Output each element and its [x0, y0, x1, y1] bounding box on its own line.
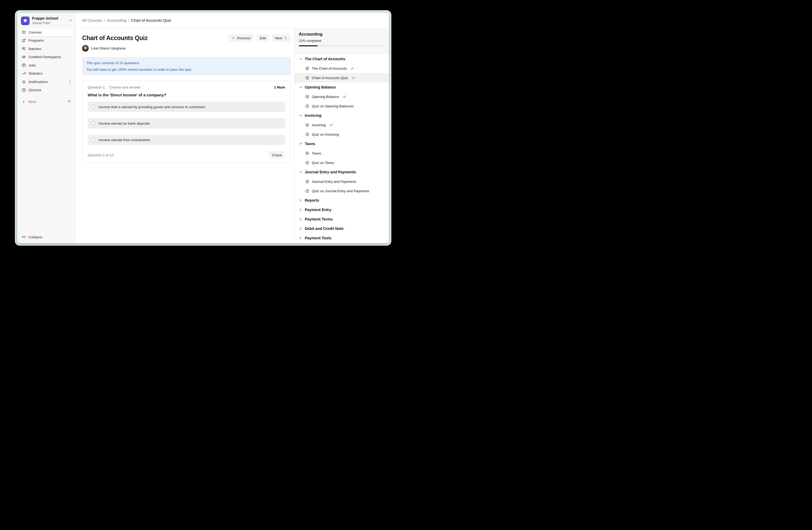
outline-section-payment-tools[interactable]: Payment Tools [294, 233, 389, 243]
chevron-right-icon [299, 208, 302, 212]
radio-button-icon[interactable] [91, 138, 96, 142]
add-icon[interactable] [67, 99, 71, 104]
course-completed-label: 22% completed [299, 39, 385, 43]
chevron-down-icon [299, 114, 302, 117]
sidebar-item-label: Jobs [29, 64, 36, 67]
collapse-label: Collapse [29, 235, 42, 239]
outline-quiz-item[interactable]: Quiz on Opening Balances [294, 101, 389, 111]
answer-option[interactable]: Income earned on bank deposits [88, 118, 285, 128]
outline-lesson-item[interactable]: The Chart of Accounts [294, 64, 389, 73]
question-number-label: Question 1: [88, 85, 106, 89]
answer-option[interactable]: Income that is earned by providing goods… [88, 102, 285, 112]
quiz-main-panel: Chart of Accounts Quiz Previous Edit Nex… [76, 28, 294, 243]
previous-button[interactable]: Previous [228, 34, 254, 42]
sidebar-item-label: Statistics [29, 71, 43, 75]
question-text: What is the 'Direct Income' of a company… [88, 93, 285, 97]
author-name: Linet Sherin Varghese [91, 46, 126, 50]
help-circle-icon [305, 132, 309, 137]
breadcrumb-all-courses[interactable]: All Courses [82, 18, 102, 23]
outline-section-journal-entry-and-payments[interactable]: Journal Entry and Payments [294, 167, 389, 177]
outline-section-opening-balance[interactable]: Opening Balance [294, 83, 389, 92]
check-button[interactable]: Check [269, 151, 285, 159]
route-icon [22, 39, 26, 43]
instruction-line: You will have to get 100% correct answer… [86, 66, 287, 73]
answer-options: Income that is earned by providing goods… [88, 102, 285, 145]
question-marks: 1 Mark [274, 85, 285, 89]
outline-section-payment-terms[interactable]: Payment Terms [294, 214, 389, 224]
chevron-down-icon [299, 142, 302, 145]
sidebar-item-label: Certified Participants [29, 55, 61, 59]
outline-quiz-item-current[interactable]: Chart of Accounts Quiz [294, 73, 389, 83]
sidebar-item-quizzes[interactable]: Quizzes [19, 86, 73, 94]
next-button[interactable]: Next [272, 34, 291, 42]
course-progress-header: Accounting 22% completed [294, 28, 389, 54]
course-progress-fill [299, 45, 318, 46]
outline-lesson-item[interactable]: Invoicing [294, 120, 389, 130]
outline-quiz-item[interactable]: Quiz on Taxes [294, 158, 389, 167]
radio-button-icon[interactable] [91, 105, 96, 109]
help-circle-icon [305, 76, 309, 80]
sidebar-item-courses[interactable]: Courses [19, 28, 73, 36]
chevron-right-icon [299, 227, 302, 231]
chevron-right-icon [284, 36, 288, 40]
check-icon [350, 67, 354, 70]
breadcrumb-separator: / [128, 18, 129, 23]
outline-lesson-item[interactable]: Taxes [294, 149, 389, 158]
breadcrumb: All Courses / Accounting / Chart of Acco… [76, 13, 389, 28]
page-title: Chart of Accounts Quiz [82, 34, 147, 42]
monitor-play-icon [305, 151, 309, 155]
course-title: Accounting [299, 32, 385, 37]
breadcrumb-accounting[interactable]: Accounting [107, 18, 126, 23]
window-frame: Frappe School Jannat Patel Courses Progr… [15, 10, 391, 246]
radio-button-icon[interactable] [91, 121, 96, 125]
sidebar-item-certified-participants[interactable]: Certified Participants [19, 53, 73, 61]
course-outline-sidebar: Accounting 22% completed The Chart of Ac… [294, 28, 389, 243]
answer-option-label: Income earned on bank deposits [99, 122, 150, 125]
chevron-down-icon [299, 170, 302, 174]
quiz-author: Linet Sherin Varghese [82, 45, 291, 52]
sidebar-nav: Courses Programs Batches Certified Parti… [19, 28, 73, 106]
outline-lesson-item[interactable]: Journal Entry and Payments [294, 177, 389, 186]
sidebar-item-label: Quizzes [29, 88, 41, 92]
sidebar-more-label: More [28, 100, 37, 104]
sidebar-item-more[interactable]: More [19, 98, 73, 106]
app-window: Frappe School Jannat Patel Courses Progr… [17, 13, 389, 243]
outline-quiz-item[interactable]: Quiz on Journal Entry and Payments [294, 186, 389, 196]
bell-icon [22, 80, 26, 84]
sidebar-item-notifications[interactable]: Notifications 1 [19, 78, 73, 86]
trending-up-icon [22, 71, 26, 76]
left-sidebar: Frappe School Jannat Patel Courses Progr… [17, 13, 76, 243]
author-avatar [82, 45, 89, 52]
quiz-toolbar: Previous Edit Next [228, 34, 291, 42]
sidebar-item-label: Programs [29, 39, 44, 42]
help-circle-icon [305, 161, 309, 165]
collapse-sidebar-button[interactable]: Collapse [19, 233, 73, 240]
briefcase-icon [22, 63, 26, 67]
outline-lesson-item[interactable]: Opening Balance [294, 92, 389, 101]
workspace-switcher[interactable]: Frappe School Jannat Patel [19, 13, 73, 28]
outline-section-reports[interactable]: Reports [294, 196, 389, 205]
user-name: Jannat Patel [32, 21, 58, 25]
outline-section-invoicing[interactable]: Invoicing [294, 111, 389, 120]
sidebar-item-jobs[interactable]: Jobs [19, 61, 73, 69]
outline-section-payment-entry[interactable]: Payment Entry [294, 205, 389, 214]
edit-button[interactable]: Edit [257, 34, 269, 42]
chevron-right-icon [299, 217, 302, 221]
sidebar-item-batches[interactable]: Batches [19, 45, 73, 53]
chevron-down-icon [299, 85, 302, 89]
monitor-play-icon [305, 67, 309, 70]
outline-section-taxes[interactable]: Taxes [294, 139, 389, 149]
book-open-icon [22, 30, 26, 34]
chevron-right-icon [22, 100, 26, 104]
outline-quiz-item[interactable]: Quiz on Invoicing [294, 130, 389, 139]
outline-section-the-chart-of-accounts[interactable]: The Chart of Accounts [294, 54, 389, 64]
help-circle-icon [305, 189, 309, 193]
sidebar-item-programs[interactable]: Programs [19, 37, 73, 44]
answer-option-label: Income that is earned by providing goods… [99, 105, 206, 109]
outline-section-debit-and-credit-note[interactable]: Debit and Credit Note [294, 224, 389, 233]
sidebar-item-statistics[interactable]: Statistics [19, 70, 73, 78]
check-icon [343, 95, 346, 98]
chevron-right-icon [299, 236, 302, 240]
monitor-play-icon [305, 180, 309, 184]
answer-option[interactable]: Income earned from investments [88, 135, 285, 145]
